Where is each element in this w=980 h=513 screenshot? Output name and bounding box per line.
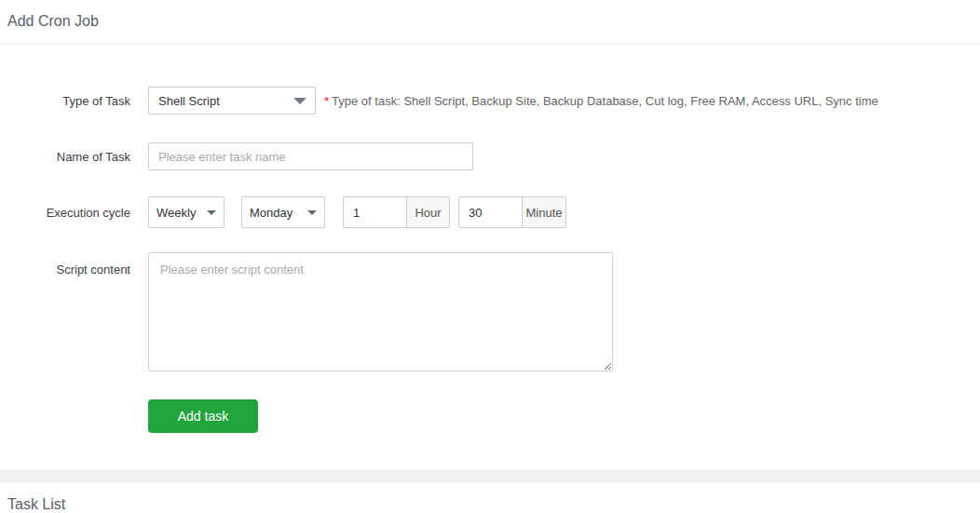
chevron-down-icon [207,210,216,215]
cycle-day-select[interactable]: Monday [241,196,325,228]
cycle-period-selected-value: Weekly [157,206,196,220]
minute-unit-addon: Minute [522,197,565,227]
chevron-down-icon [307,210,317,215]
execution-cycle-row: Execution cycle Weekly Monday Hour Minut… [0,196,980,228]
add-cron-job-form: Type of Task Shell Script *Type of task:… [0,87,980,470]
add-task-button[interactable]: Add task [148,399,258,433]
task-type-hint-text: Type of task: Shell Script, Backup Site,… [332,94,878,108]
hour-input-group: Hour [343,196,450,228]
chevron-down-icon [293,98,306,104]
script-content-textarea[interactable] [148,252,613,371]
name-of-task-label: Name of Task [0,150,130,164]
task-type-selected-value: Shell Script [158,94,220,108]
cycle-day-selected-value: Monday [250,206,293,220]
name-of-task-row: Name of Task [0,142,980,170]
type-of-task-label: Type of Task [0,94,130,108]
task-name-input[interactable] [148,142,473,170]
page-title: Add Cron Job [0,0,980,45]
execution-cycle-label: Execution cycle [0,206,130,220]
cycle-period-select[interactable]: Weekly [148,196,225,228]
script-content-label: Script content [0,252,130,277]
minute-input[interactable] [459,197,522,227]
minute-input-group: Minute [458,196,566,228]
add-cron-job-panel: Add Cron Job Type of Task Shell Script *… [0,0,980,470]
task-type-hint: *Type of task: Shell Script, Backup Site… [324,94,878,108]
required-asterisk: * [324,94,329,108]
task-type-select[interactable]: Shell Script [148,87,316,115]
submit-row: Add task [148,399,980,433]
hour-unit-addon: Hour [406,197,449,227]
task-list-panel: Task List [0,482,980,513]
type-of-task-row: Type of Task Shell Script *Type of task:… [0,87,980,115]
script-content-row: Script content [0,252,980,371]
task-list-title: Task List [0,482,980,513]
hour-input[interactable] [344,197,406,227]
section-divider [0,470,980,482]
